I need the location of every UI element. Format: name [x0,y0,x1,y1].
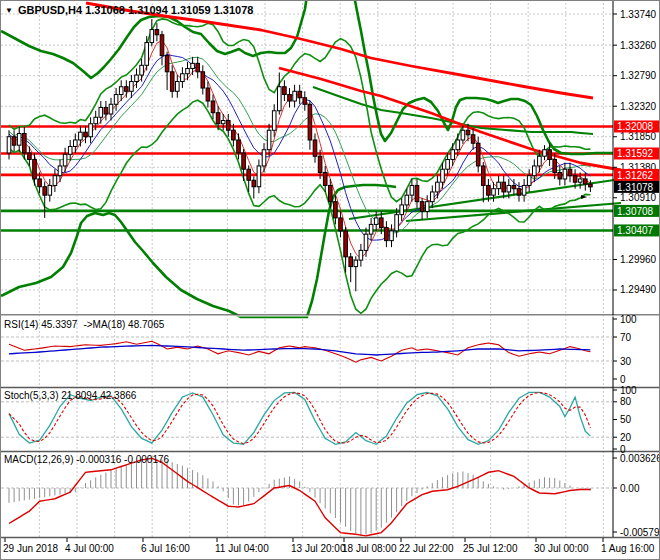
candle-body [400,205,404,215]
rsi-axis-label: 0 [620,374,626,385]
candle-body [135,75,139,81]
time-label: 13 Jul 20:00 [291,543,346,554]
candle-body [395,215,399,231]
price-badge-label: 1.30708 [617,206,654,217]
price-label: 1.29490 [620,284,657,295]
price-badge-label: 1.31078 [617,182,654,193]
stoch-axis-label: 50 [620,414,632,425]
macd-signal-line [9,458,590,536]
candle-body [451,150,455,160]
stoch-panel-header: Stoch(5,3,3) 21.8094 42.3866 [4,390,142,401]
candle-body [390,231,394,241]
time-label: 18 Jul 08:00 [342,543,397,554]
candle-body [99,108,103,118]
price-badge-label: 1.32008 [617,121,654,132]
candle-body [288,95,292,101]
candle-body [165,56,169,72]
candle-body [425,202,429,212]
candle-body [497,182,501,188]
candle-body [420,202,424,212]
candle-body [257,166,261,187]
candle-body [313,140,317,156]
candle-body [589,184,593,187]
candle-body [186,69,190,74]
time-label: 25 Jul 12:00 [463,543,518,554]
price-label: 1.29960 [620,254,657,265]
symbol-timeframe-label: GBPUSD,H4 [18,4,82,16]
candle-body [94,117,98,123]
candle-body [349,257,353,267]
rsi-panel-header: RSI(14) 45.3397->MA(18) 48.7065 [4,319,170,330]
candle-body [150,30,154,43]
candle-body [252,180,256,186]
candle-body [130,82,134,92]
candle-body [119,87,123,95]
candle-body [191,63,195,68]
candle-body [466,130,470,135]
candle-body [359,250,363,260]
candle-body [512,185,516,188]
candle-body [461,130,465,140]
candle-body [43,187,47,195]
candle-body [369,224,373,234]
ohlc-low: 1.31059 [171,4,211,16]
candles [7,19,592,291]
candle-body [125,87,129,92]
candle-body [58,166,62,176]
candle-body [12,137,16,145]
time-axis: 29 Jun 20184 Jul 00:006 Jul 16:0011 Jul … [3,538,655,554]
candle-body [242,153,246,169]
price-label: 1.33260 [620,40,657,51]
candle-body [262,150,266,166]
candle-body [114,95,118,105]
candle-body [415,185,419,201]
chart-window: 1.337401.332601.327901.323201.318501.313… [0,0,660,560]
candle-body [176,82,180,92]
price-label: 1.31850 [620,131,657,142]
candle-body [323,172,327,185]
candle-body [216,113,220,124]
stoch-axis-label: 100 [620,385,637,396]
macd-axis-label: -0.005797 [620,527,660,538]
rsi-axis-label: 100 [620,314,637,325]
candle-body [53,176,57,186]
macd-panel-header: MACD(12,26,9) -0.000316 -0.000176 [4,454,175,465]
candle-body [308,104,312,140]
candle-body [568,169,572,175]
candle-body [364,234,368,250]
candle-body [431,192,435,202]
time-label: 6 Jul 16:00 [141,543,190,554]
candle-body [227,121,231,131]
chart-canvas: 1.337401.332601.327901.323201.318501.313… [1,1,660,560]
candle-body [298,91,302,97]
price-label: 1.32790 [620,70,657,81]
candle-body [502,182,506,192]
time-label: 22 Jul 22:00 [399,543,454,554]
candle-body [247,169,251,180]
candle-body [7,137,11,153]
time-label: 4 Jul 00:00 [65,543,114,554]
candle-body [272,111,276,130]
time-label: 30 Jul 00:00 [534,543,589,554]
rsi-axis-label: 30 [620,356,632,367]
candle-body [380,218,384,228]
price-badge-label: 1.30407 [617,225,654,236]
candle-body [456,140,460,150]
candle-body [441,169,445,182]
symbol-dropdown-icon[interactable]: ▼ [5,6,13,15]
time-label: 29 Jun 2018 [3,543,58,554]
candle-body [410,185,414,195]
candle-body [79,132,83,140]
candle-body [354,260,358,266]
candle-body [28,153,32,159]
price-badge-label: 1.31592 [617,148,654,159]
candle-body [48,185,52,195]
macd-label: MACD(12,26,9) -0.000316 -0.000176 [4,454,169,465]
ohlc-high: 1.31094 [128,4,168,16]
candle-body [584,179,588,184]
stoch-axis-label: 20 [620,432,632,443]
candle-body [553,159,557,172]
candle-body [221,121,225,124]
candle-body [293,91,297,101]
price-label: 1.32320 [620,101,657,112]
